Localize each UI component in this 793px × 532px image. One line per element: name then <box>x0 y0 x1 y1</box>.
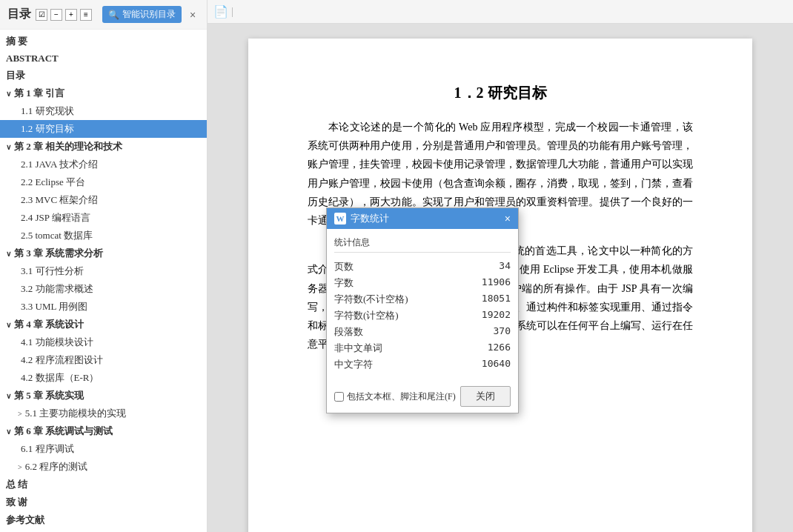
toc-item-ch6[interactable]: ∨第 6 章 系统调试与测试 <box>0 422 207 440</box>
stat-value: 1266 <box>488 342 511 355</box>
toc-item-3.3[interactable]: 3.3 UML 用例图 <box>0 298 207 316</box>
toc-label: 2.3 MVC 框架介绍 <box>21 193 98 207</box>
sidebar-header: 目录 ☑ − + ≡ 🔍 智能识别目录 × <box>0 0 207 30</box>
toc-item-4.1[interactable]: 4.1 功能模块设计 <box>0 333 207 351</box>
stat-label: 非中文单词 <box>334 342 382 355</box>
toc-item-5.1[interactable]: >5.1 主要功能模块的实现 <box>0 405 207 422</box>
toc-item-4.2a[interactable]: 4.2 程序流程图设计 <box>0 351 207 369</box>
sidebar-close-button[interactable]: × <box>186 8 199 21</box>
stat-value: 11906 <box>482 276 511 290</box>
toc-label: 3.3 UML 用例图 <box>21 300 87 313</box>
toc-item-2.3[interactable]: 2.3 MVC 框架介绍 <box>0 191 207 209</box>
main-content: 📄 | 1．2 研究目标 本论文论述的是一个简化的 Web 应用程序模型，完成一… <box>208 0 793 532</box>
sidebar-ctrl-list[interactable]: ≡ <box>80 9 92 21</box>
chevron-icon: ∨ <box>6 392 11 400</box>
chevron-icon: ∨ <box>6 90 11 98</box>
toc-item-conclusion[interactable]: 总 结 <box>0 476 207 493</box>
chevron-icon: ∨ <box>6 143 11 151</box>
toc-label: 4.1 功能模块设计 <box>21 336 93 349</box>
sidebar-ctrl-check[interactable]: ☑ <box>36 9 47 21</box>
toc-item-thanks[interactable]: 致 谢 <box>0 493 207 511</box>
toc-label: 2.5 tomcat 数据库 <box>21 229 93 242</box>
dialog-footer: 包括文本框、脚注和尾注(F) 关闭 <box>327 380 518 413</box>
toc-label: ABSTRACT <box>6 53 59 64</box>
include-textbox-checkbox[interactable] <box>334 392 344 402</box>
toc-item-3.2[interactable]: 3.2 功能需求概述 <box>0 280 207 298</box>
sidebar-ctrl-minus[interactable]: − <box>50 9 62 21</box>
dialog-overlay: W 字数统计 × 统计信息 页数34字数11906字符数(不计空格)18051字… <box>208 0 793 532</box>
toc-item-6.1[interactable]: 6.1 程序调试 <box>0 440 207 458</box>
stat-label: 段落数 <box>334 325 363 339</box>
toc-item-ch3[interactable]: ∨第 3 章 系统需求分析 <box>0 245 207 262</box>
toc-label: 第 1 章 引言 <box>14 87 64 100</box>
dialog-close-button[interactable]: × <box>505 213 511 225</box>
word-count-dialog: W 字数统计 × 统计信息 页数34字数11906字符数(不计空格)18051字… <box>326 207 519 413</box>
toc-label: 第 4 章 系统设计 <box>14 318 84 331</box>
smart-toc-icon: 🔍 <box>108 10 119 20</box>
toc-label: 第 3 章 系统需求分析 <box>14 247 103 260</box>
sidebar-controls: ☑ − + ≡ <box>36 9 92 21</box>
toc-item-abstract-en[interactable]: ABSTRACT <box>0 50 207 67</box>
sidebar: 目录 ☑ − + ≡ 🔍 智能识别目录 × 摘 要ABSTRACT目录∨第 1 … <box>0 0 208 532</box>
toc-item-2.1[interactable]: 2.1 JAVA 技术介绍 <box>0 156 207 173</box>
toc-item-abstract-zh[interactable]: 摘 要 <box>0 33 207 50</box>
toc-item-1.2[interactable]: 1.2 研究目标 <box>0 120 207 138</box>
stat-row: 中文字符10640 <box>334 356 511 373</box>
toc-item-toc[interactable]: 目录 <box>0 67 207 84</box>
stat-row: 页数34 <box>334 259 511 275</box>
chevron-icon: ∨ <box>6 321 11 329</box>
toc-label: 第 6 章 系统调试与测试 <box>14 425 113 438</box>
toc-label: 2.1 JAVA 技术介绍 <box>21 158 98 171</box>
stat-value: 10640 <box>482 358 511 371</box>
toc-label: 第 5 章 系统实现 <box>14 389 84 402</box>
toc-item-references[interactable]: 参考文献 <box>0 511 207 529</box>
stat-row: 字符数(计空格)19202 <box>334 307 511 324</box>
toc-item-2.4[interactable]: 2.4 JSP 编程语言 <box>0 209 207 227</box>
toc-item-ch2[interactable]: ∨第 2 章 相关的理论和技术 <box>0 138 207 156</box>
stat-row: 非中文单词1266 <box>334 340 511 356</box>
toc-item-1.1[interactable]: 1.1 研究现状 <box>0 102 207 120</box>
dialog-close-btn[interactable]: 关闭 <box>460 386 511 407</box>
stat-row: 段落数370 <box>334 324 511 340</box>
toc-label: 5.1 主要功能模块的实现 <box>25 407 127 420</box>
stat-label: 中文字符 <box>334 358 373 371</box>
sidebar-title: 目录 <box>7 7 31 22</box>
toc-label: 6.2 程序的测试 <box>25 460 88 473</box>
toc-label: 4.2 程序流程图设计 <box>21 353 103 367</box>
stat-rows: 页数34字数11906字符数(不计空格)18051字符数(计空格)19202段落… <box>334 259 511 373</box>
stat-label: 字数 <box>334 276 354 290</box>
checkbox-row: 包括文本框、脚注和尾注(F) <box>334 390 456 403</box>
toc-label: 目录 <box>6 69 25 82</box>
toc-label: 3.1 可行性分析 <box>21 265 84 278</box>
dialog-section-title: 统计信息 <box>334 236 511 253</box>
smart-toc-button[interactable]: 🔍 智能识别目录 <box>102 6 182 23</box>
stat-value: 370 <box>494 325 511 339</box>
toc-item-3.1[interactable]: 3.1 可行性分析 <box>0 262 207 280</box>
toc-label: 1.1 研究现状 <box>21 104 74 118</box>
stat-value: 18051 <box>482 293 511 306</box>
toc-label: 3.2 功能需求概述 <box>21 282 93 296</box>
toc-label: 第 2 章 相关的理论和技术 <box>14 140 122 153</box>
toc-item-2.5[interactable]: 2.5 tomcat 数据库 <box>0 227 207 245</box>
toc-item-6.2[interactable]: >6.2 程序的测试 <box>0 458 207 476</box>
stat-value: 19202 <box>482 309 511 322</box>
stat-value: 34 <box>499 260 511 273</box>
dialog-icon: W <box>334 213 346 225</box>
toc-item-ch1[interactable]: ∨第 1 章 引言 <box>0 84 207 102</box>
chevron-icon: > <box>18 463 22 471</box>
toc-item-ch4[interactable]: ∨第 4 章 系统设计 <box>0 316 207 333</box>
toc-item-4.2b[interactable]: 4.2 数据库（E-R） <box>0 369 207 387</box>
toc-label: 2.2 Eclipse 平台 <box>21 176 85 189</box>
stat-row: 字符数(不计空格)18051 <box>334 291 511 307</box>
chevron-icon: > <box>18 410 22 418</box>
sidebar-ctrl-plus[interactable]: + <box>65 9 77 21</box>
toc-list: 摘 要ABSTRACT目录∨第 1 章 引言1.1 研究现状1.2 研究目标∨第… <box>0 30 207 532</box>
checkbox-label: 包括文本框、脚注和尾注(F) <box>347 390 456 403</box>
toc-item-ch5[interactable]: ∨第 5 章 系统实现 <box>0 387 207 405</box>
toc-label: 1.2 研究目标 <box>21 122 74 136</box>
toc-label: 参考文献 <box>6 513 44 527</box>
stat-label: 字符数(不计空格) <box>334 293 408 306</box>
toc-label: 2.4 JSP 编程语言 <box>21 211 90 225</box>
toc-item-2.2[interactable]: 2.2 Eclipse 平台 <box>0 173 207 191</box>
dialog-body: 统计信息 页数34字数11906字符数(不计空格)18051字符数(计空格)19… <box>327 229 518 380</box>
